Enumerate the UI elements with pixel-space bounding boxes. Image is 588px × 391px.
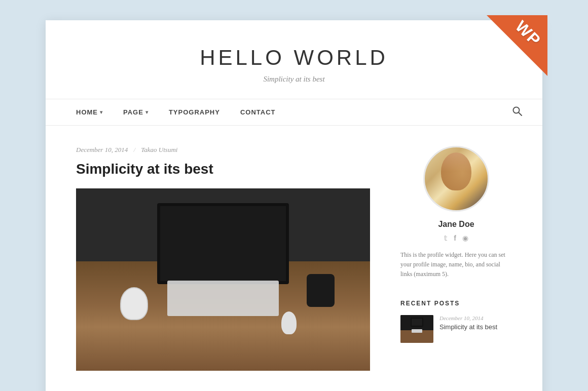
recent-post-link[interactable]: Simplicity at its best xyxy=(439,323,497,332)
nav-item-contact[interactable]: CONTACT xyxy=(230,99,286,125)
site-title: HELLO WORLD xyxy=(56,46,532,70)
sidebar: Jane Doe 𝕥 f ◉ This is the profile widge… xyxy=(400,146,512,371)
site-tagline: Simplicity at its best xyxy=(56,75,532,84)
svg-line-1 xyxy=(519,112,522,115)
recent-post-info: December 10, 2014 Simplicity at its best xyxy=(439,315,497,332)
nav-home-label: HOME xyxy=(76,108,98,116)
nav-links: HOME ▾ PAGE ▾ TYPOGRAPHY CONTACT xyxy=(66,99,286,125)
recent-post-thumbnail xyxy=(400,315,433,343)
speaker-right xyxy=(307,274,335,307)
monitor xyxy=(157,203,289,284)
post-image xyxy=(76,188,370,371)
profile-name: Jane Doe xyxy=(400,220,512,229)
twitter-icon[interactable]: 𝕥 xyxy=(444,234,448,242)
nav-home-chevron: ▾ xyxy=(100,109,103,115)
avatar xyxy=(423,146,489,212)
profile-widget: Jane Doe 𝕥 f ◉ This is the profile widge… xyxy=(400,146,512,280)
site-nav: HOME ▾ PAGE ▾ TYPOGRAPHY CONTACT xyxy=(46,99,542,126)
keyboard xyxy=(167,281,279,316)
mouse xyxy=(281,311,297,334)
rss-icon[interactable]: ◉ xyxy=(462,234,468,242)
post-meta: December 10, 2014 / Takao Utsumi xyxy=(76,146,370,154)
profile-social: 𝕥 f ◉ xyxy=(400,234,512,242)
svg-rect-6 xyxy=(412,329,422,333)
post-separator: / xyxy=(133,146,135,153)
nav-item-home[interactable]: HOME ▾ xyxy=(66,99,113,125)
desk-scene xyxy=(76,188,370,371)
post-date: December 10, 2014 xyxy=(76,146,128,153)
site-header: HELLO WORLD Simplicity at its best xyxy=(46,20,542,99)
nav-item-typography[interactable]: TYPOGRAPHY xyxy=(159,99,230,125)
recent-post-date: December 10, 2014 xyxy=(439,315,497,321)
nav-page-label: PAGE xyxy=(123,108,143,116)
recent-posts-widget: RECENT POSTS December 10, 2014 xyxy=(400,300,512,343)
nav-contact-label: CONTACT xyxy=(240,108,276,116)
speaker-left xyxy=(120,287,148,320)
recent-posts-title: RECENT POSTS xyxy=(400,300,512,307)
facebook-icon[interactable]: f xyxy=(454,234,456,242)
main-content: December 10, 2014 / Takao Utsumi Simplic… xyxy=(76,146,370,371)
post-title: Simplicity at its best xyxy=(76,160,370,178)
nav-typography-label: TYPOGRAPHY xyxy=(169,108,220,116)
search-icon[interactable] xyxy=(512,106,522,119)
monitor-screen xyxy=(160,206,286,281)
nav-item-page[interactable]: PAGE ▾ xyxy=(113,99,159,125)
svg-rect-5 xyxy=(412,319,422,326)
list-item: December 10, 2014 Simplicity at its best xyxy=(400,315,512,343)
post-author: Takao Utsumi xyxy=(141,146,177,153)
content-area: December 10, 2014 / Takao Utsumi Simplic… xyxy=(46,126,542,391)
nav-page-chevron: ▾ xyxy=(145,109,149,115)
profile-bio: This is the profile widget. Here you can… xyxy=(400,250,512,280)
page-wrapper: WP HELLO WORLD Simplicity at its best HO… xyxy=(46,20,542,391)
